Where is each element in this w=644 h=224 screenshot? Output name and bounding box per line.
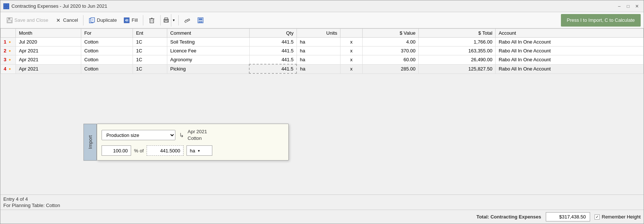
cell-units-3[interactable]: ha (297, 55, 340, 65)
window-title: Contracting Expenses - Jul 2020 to Jun 2… (11, 3, 107, 9)
save-close-button[interactable]: Save and Close (3, 14, 51, 27)
svg-rect-5 (8, 18, 10, 20)
svg-rect-31 (199, 22, 200, 23)
cell-value-3[interactable]: 60.00 (362, 55, 419, 65)
cell-total-3[interactable]: 26,490.00 (419, 55, 496, 65)
import-popup: Production size ↳ Apr 2021 Cotton % of h… (97, 124, 289, 161)
cell-total-2[interactable]: 163,355.00 (419, 46, 496, 55)
cell-comment-1[interactable]: Soil Testing (167, 38, 250, 46)
cell-qty-2[interactable]: 441.5 (249, 46, 297, 55)
cell-x-4: x (340, 64, 363, 73)
save-icon (6, 17, 13, 24)
separator-1 (83, 15, 83, 25)
col-header-for: For (81, 29, 133, 38)
import-calculate-button[interactable]: Press I to Import, C to Calculate (561, 14, 641, 27)
cell-ent-3[interactable]: 1C (133, 55, 167, 65)
main-window: Contracting Expenses - Jul 2020 to Jun 2… (0, 0, 644, 224)
title-bar: Contracting Expenses - Jul 2020 to Jun 2… (0, 0, 644, 12)
cell-ent-1[interactable]: 1C (133, 38, 167, 46)
cell-value-4[interactable]: 285.00 (362, 64, 419, 73)
title-left: Contracting Expenses - Jul 2020 to Jun 2… (3, 3, 107, 9)
measure-button[interactable] (181, 14, 193, 27)
bottom-section: Entry 4 of 4 For Planning Table: Cotton … (0, 194, 644, 224)
cell-for-3[interactable]: Cotton (81, 55, 133, 65)
cell-qty-4[interactable]: 441.5 (249, 64, 297, 73)
col-header-comment: Comment (167, 29, 250, 38)
cell-month-1[interactable]: Jul 2020 (16, 38, 81, 46)
cell-for-2[interactable]: Cotton (81, 46, 133, 55)
cancel-button[interactable]: ✕ Cancel (52, 14, 81, 27)
cell-account-4[interactable]: Rabo All In One Account (496, 64, 644, 73)
maximize-button[interactable]: □ (624, 3, 632, 10)
remember-height-control[interactable]: ✓ Remember Height (595, 214, 641, 220)
separator-2 (143, 15, 143, 25)
cell-units-4[interactable]: ha (297, 64, 340, 73)
duplicate-icon (89, 17, 95, 24)
cell-units-2[interactable]: ha (297, 46, 340, 55)
svg-rect-33 (201, 22, 202, 23)
toolbar: Save and Close ✕ Cancel Duplicate (0, 12, 644, 28)
svg-rect-6 (8, 20, 11, 22)
col-header-account: Account (496, 29, 644, 38)
total-value: $317,438.50 (546, 212, 590, 221)
col-header-num (1, 29, 16, 38)
qty-input[interactable] (147, 145, 184, 156)
popup-redirect-arrow: ↳ (179, 132, 184, 139)
svg-rect-29 (200, 21, 201, 21)
unit-select[interactable]: ha ▾ (186, 145, 212, 156)
cell-comment-2[interactable]: Licence Fee (167, 46, 250, 55)
table-row[interactable]: 4 🔸 Apr 2021 Cotton 1C Picking 441.5 ha … (1, 64, 644, 73)
col-header-value: $ Value (362, 29, 419, 38)
cell-value-1[interactable]: 4.00 (362, 38, 419, 46)
cell-account-2[interactable]: Rabo All In One Account (496, 46, 644, 55)
cell-account-1[interactable]: Rabo All In One Account (496, 38, 644, 46)
cell-ent-4[interactable]: 1C (133, 64, 167, 73)
fill-button[interactable]: Fill (120, 14, 141, 27)
cell-value-2[interactable]: 370.00 (362, 46, 419, 55)
svg-rect-0 (4, 4, 6, 6)
production-size-select[interactable]: Production size (102, 130, 175, 140)
flag-icon-2: 🔸 (7, 48, 13, 54)
entry-status: Entry 4 of 4 (3, 196, 641, 202)
print-dropdown-arrow[interactable]: ▾ (171, 14, 176, 27)
cell-units-1[interactable]: ha (297, 38, 340, 46)
app-icon (3, 3, 9, 9)
flag-icon-4: 🔸 (7, 66, 13, 72)
table-row[interactable]: 3 🔸 Apr 2021 Cotton 1C Agronomy 441.5 ha… (1, 55, 644, 65)
duplicate-button[interactable]: Duplicate (86, 14, 120, 27)
cell-comment-4[interactable]: Picking (167, 64, 250, 73)
calculator-icon (197, 17, 204, 24)
cell-month-3[interactable]: Apr 2021 (16, 55, 81, 65)
cell-for-1[interactable]: Cotton (81, 38, 133, 46)
col-header-x (340, 29, 363, 38)
cell-total-4[interactable]: 125,827.50 (419, 64, 496, 73)
cell-qty-3[interactable]: 441.5 (249, 55, 297, 65)
table-row[interactable]: 1 🔸 Jul 2020 Cotton 1C Soil Testing 441.… (1, 38, 644, 46)
minimize-button[interactable]: – (616, 3, 623, 10)
import-sidebar-label[interactable]: Import (83, 124, 97, 161)
cell-for-4[interactable]: Cotton (81, 64, 133, 73)
close-button[interactable]: ✕ (633, 3, 641, 10)
cell-month-2[interactable]: Apr 2021 (16, 46, 81, 55)
delete-button[interactable] (145, 14, 158, 27)
table-header-row: Month For Ent Comment Qty Units $ Value … (1, 29, 644, 38)
svg-rect-27 (199, 18, 202, 20)
col-header-month: Month (16, 29, 81, 38)
row-num-4: 4 🔸 (1, 64, 16, 73)
cell-account-3[interactable]: Rabo All In One Account (496, 55, 644, 65)
cell-qty-1[interactable]: 441.5 (249, 38, 297, 46)
remember-height-checkbox[interactable]: ✓ (595, 214, 600, 220)
row-num-1: 1 🔸 (1, 38, 16, 46)
svg-rect-3 (7, 7, 9, 9)
popup-row-1: Production size ↳ Apr 2021 Cotton (102, 128, 284, 142)
cell-comment-3[interactable]: Agronomy (167, 55, 250, 65)
cell-x-1: x (340, 38, 363, 46)
calculator-button[interactable] (194, 14, 207, 27)
cell-total-1[interactable]: 1,766.00 (419, 38, 496, 46)
percent-input[interactable] (102, 145, 131, 156)
print-button[interactable]: ▾ (163, 14, 176, 27)
cell-month-4[interactable]: Apr 2021 (16, 64, 81, 73)
cell-ent-2[interactable]: 1C (133, 46, 167, 55)
table-row[interactable]: 2 🔸 Apr 2021 Cotton 1C Licence Fee 441.5… (1, 46, 644, 55)
data-table-area: Month For Ent Comment Qty Units $ Value … (0, 28, 644, 194)
